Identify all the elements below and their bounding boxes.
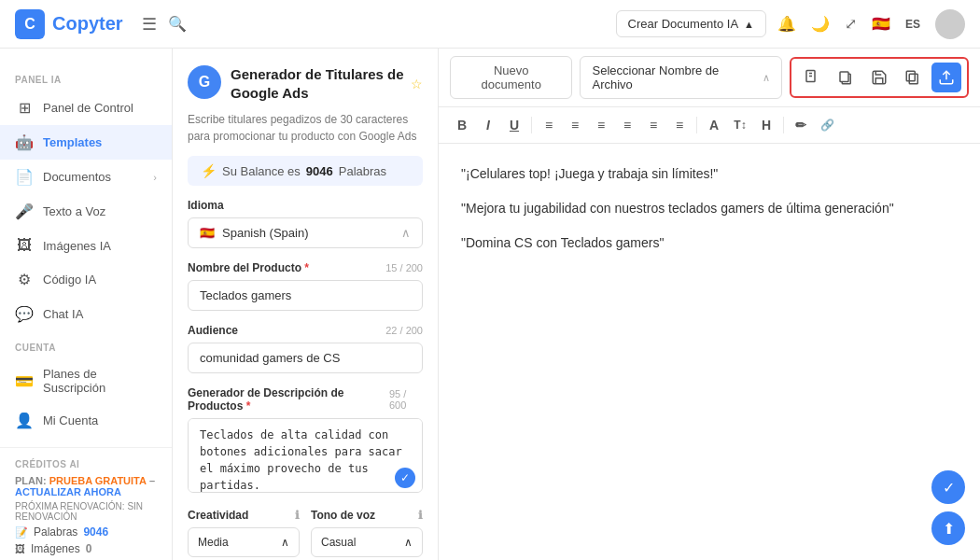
descripcion-textarea[interactable]: Teclados de alta calidad con botones adi… — [188, 418, 423, 493]
filename-select[interactable]: Seleccionar Nombre de Archivo ∧ — [580, 56, 782, 99]
creatividad-value: Media — [198, 536, 229, 549]
create-doc-label: Crear Documento IA — [628, 17, 739, 31]
align-right-button[interactable]: ≡ — [589, 113, 613, 137]
nombre-required-star: * — [304, 261, 309, 274]
idioma-chevron-icon: ∧ — [401, 226, 411, 240]
creatividad-info-icon[interactable]: ℹ — [295, 509, 300, 522]
tono-label: Tono de voz ℹ — [311, 509, 423, 522]
bell-icon[interactable]: 🔔 — [777, 15, 796, 33]
descripcion-label: Generador de Descripción de Productos * … — [188, 386, 423, 413]
balance-box: ⚡ Su Balance es 9046 Palabras — [188, 156, 423, 186]
tono-select[interactable]: Casual ∧ — [311, 527, 423, 557]
audience-input[interactable] — [188, 343, 423, 373]
idioma-select[interactable]: 🇪🇸 Spanish (Spain) ∧ — [188, 217, 423, 248]
balance-label: Su Balance es — [222, 164, 301, 178]
editor-topbar: Nuevo documento Seleccionar Nombre de Ar… — [439, 49, 980, 107]
font-size-button[interactable]: T↕ — [728, 113, 752, 137]
floating-buttons: ✓ ⬆ — [931, 470, 965, 545]
editor-content[interactable]: "¡Celulares top! ¡Juega y trabaja sin lí… — [439, 144, 980, 560]
credits-section: CRÉDITOS AI PLAN: PRUEBA GRATUITA – ACTU… — [0, 447, 172, 560]
new-doc-button[interactable]: Nuevo documento — [450, 56, 572, 99]
balance-unit: Palabras — [339, 164, 386, 178]
sidebar-item-codigo-ia[interactable]: ⚙ Código IA — [0, 262, 172, 297]
bold-button[interactable]: B — [450, 113, 474, 137]
unordered-list-button[interactable]: ≡ — [667, 113, 692, 137]
documentos-icon: 📄 — [15, 168, 34, 186]
sidebar-item-mi-cuenta[interactable]: 👤 Mi Cuenta — [0, 403, 172, 438]
lang-label: ES — [905, 18, 920, 31]
align-center-button[interactable]: ≡ — [563, 113, 587, 137]
logo[interactable]: C Copyter — [15, 9, 123, 39]
idioma-flag: 🇪🇸 — [200, 226, 215, 240]
descripcion-required-star: * — [246, 399, 251, 413]
chevron-up-icon: ▲ — [744, 19, 754, 30]
ordered-list-button[interactable]: ≡ — [641, 113, 665, 137]
palabras-count: 9046 — [83, 525, 108, 539]
dashboard-icon: ⊞ — [15, 99, 34, 117]
align-justify-button[interactable]: ≡ — [615, 113, 639, 137]
font-color-button[interactable]: A — [702, 113, 726, 137]
search-icon[interactable]: 🔍 — [168, 15, 187, 33]
sidebar-label-templates: Templates — [43, 135, 102, 149]
topnav-icons: 🔔 🌙 ⤢ 🇪🇸 ES — [777, 9, 965, 39]
center-panel: G Generador de Titulares de Google Ads ☆… — [173, 49, 439, 560]
editor-panel: Nuevo documento Seleccionar Nombre de Ar… — [439, 49, 980, 560]
check-floating-button[interactable]: ✓ — [931, 470, 965, 504]
moon-icon[interactable]: 🌙 — [811, 15, 830, 33]
prueba-gratuita-link[interactable]: PRUEBA GRATUITA — [49, 475, 147, 486]
tono-value: Casual — [321, 536, 356, 549]
tono-info-icon[interactable]: ℹ — [418, 509, 423, 522]
align-left-button[interactable]: ≡ — [537, 113, 561, 137]
sidebar-item-templates[interactable]: 🤖 Templates — [0, 125, 172, 160]
sidebar-item-planes[interactable]: 💳 Planes de Suscripción — [0, 358, 172, 403]
sidebar-item-panel-control[interactable]: ⊞ Panel de Control — [0, 91, 172, 125]
nombre-input[interactable] — [188, 280, 423, 311]
language-flag[interactable]: 🇪🇸 — [872, 15, 890, 33]
link-button[interactable]: 🔗 — [815, 113, 839, 137]
idioma-label: Idioma — [188, 199, 423, 212]
generator-form: Idioma 🇪🇸 Spanish (Spain) ∧ Nombre del P… — [173, 199, 438, 557]
sidebar-item-documentos[interactable]: 📄 Documentos › — [0, 160, 172, 194]
sidebar-label-panel-control: Panel de Control — [43, 101, 133, 115]
heading-button[interactable]: H — [754, 113, 778, 137]
descripcion-counter: 95 / 600 — [389, 388, 423, 411]
sidebar-label-texto-voz: Texto a Voz — [43, 204, 105, 218]
sidebar-item-chat-ia[interactable]: 💬 Chat IA — [0, 297, 172, 331]
star-icon[interactable]: ☆ — [411, 77, 423, 91]
creatividad-label: Creatividad ℹ — [188, 509, 300, 522]
scroll-up-button[interactable]: ⬆ — [931, 511, 965, 545]
toolbar-save-icon[interactable] — [864, 63, 894, 92]
brush-button[interactable]: ✏ — [789, 113, 813, 137]
actualizar-link[interactable]: ACTUALIZAR AHORA — [15, 486, 121, 497]
toolbar-copy-icon[interactable] — [831, 63, 861, 92]
underline-button[interactable]: U — [502, 113, 526, 137]
audience-label: Audience 22 / 200 — [188, 324, 423, 337]
mi-cuenta-icon: 👤 — [15, 412, 34, 429]
italic-button[interactable]: I — [476, 113, 500, 137]
sidebar-item-imagenes-ia[interactable]: 🖼 Imágenes IA — [0, 229, 172, 262]
expand-icon[interactable]: ⤢ — [845, 15, 857, 33]
codigo-icon: ⚙ — [15, 271, 34, 288]
hamburger-icon[interactable]: ☰ — [142, 14, 157, 35]
create-doc-button[interactable]: Crear Documento IA ▲ — [616, 10, 766, 37]
top-navigation: C Copyter ☰ 🔍 Crear Documento IA ▲ 🔔 🌙 ⤢… — [0, 0, 980, 49]
svg-rect-5 — [906, 71, 915, 81]
creditos-label: CRÉDITOS AI — [15, 459, 157, 475]
nombre-label: Nombre del Producto * 15 / 200 — [188, 261, 423, 274]
creatividad-select[interactable]: Media ∧ — [188, 527, 300, 557]
nombre-counter: 15 / 200 — [385, 262, 423, 273]
idioma-select-inner: 🇪🇸 Spanish (Spain) — [200, 226, 309, 240]
avatar[interactable] — [935, 9, 965, 39]
format-divider-1 — [531, 117, 532, 133]
toolbar-duplicate-icon[interactable] — [898, 63, 928, 92]
audience-counter: 22 / 200 — [385, 325, 423, 336]
imagenes-credit-label: Imágenes — [31, 542, 80, 555]
sidebar-item-texto-voz[interactable]: 🎤 Texto a Voz — [0, 194, 172, 229]
sidebar: PANEL IA ⊞ Panel de Control 🤖 Templates … — [0, 49, 173, 560]
toolbar-export-icon[interactable] — [931, 63, 961, 92]
textarea-check-icon: ✓ — [395, 468, 415, 488]
toolbar-new-doc-icon[interactable] — [797, 63, 827, 92]
texto-voz-icon: 🎤 — [15, 203, 34, 220]
sidebar-label-imagenes: Imágenes IA — [43, 239, 111, 253]
main-layout: PANEL IA ⊞ Panel de Control 🤖 Templates … — [0, 49, 980, 560]
